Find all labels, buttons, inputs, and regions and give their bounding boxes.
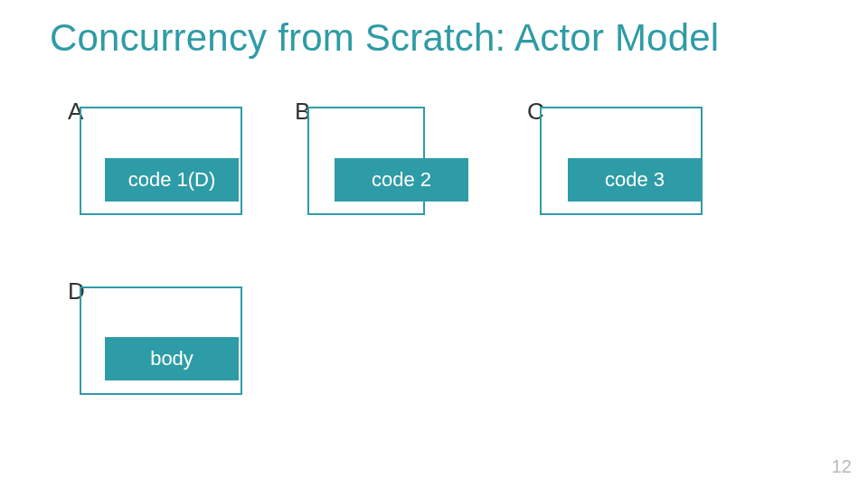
actor-code-a: code 1(D)	[105, 158, 239, 202]
actor-code-c: code 3	[568, 158, 702, 202]
actor-code-d: body	[105, 337, 239, 380]
page-number: 12	[832, 456, 852, 477]
actor-code-b: code 2	[335, 158, 468, 202]
slide-title: Concurrency from Scratch: Actor Model	[50, 16, 719, 60]
